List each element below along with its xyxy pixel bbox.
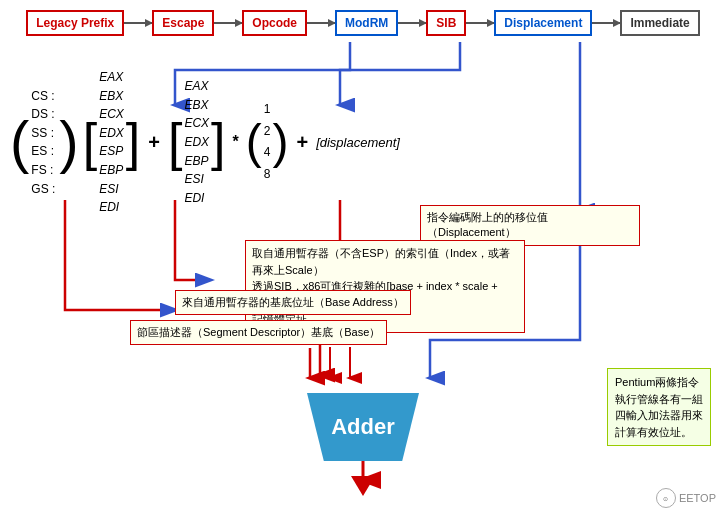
modrm-box: ModRM [335, 10, 398, 36]
eetop-logo-icon: ⊙ [656, 488, 676, 508]
index-note-line1: 取自通用暫存器（不含ESP）的索引值（Index，或著再來上Scale） [252, 245, 518, 278]
adder-note-box: Pentium兩條指令 執行管線各有一組 四輸入加法器用來 計算有效位址。 [607, 368, 711, 446]
close-paren-scale: ) [272, 118, 288, 166]
arrow-1 [124, 22, 152, 24]
adder-note-line3: 四輸入加法器用來 [615, 407, 703, 424]
displacement-box: Displacement [494, 10, 592, 36]
base-reg-bracket-group: [ EAX EBX ECX EDX ESP EBP ESI EDI ] [83, 68, 141, 217]
adder-note-line2: 執行管線各有一組 [615, 391, 703, 408]
index-note-box: 取自通用暫存器（不含ESP）的索引值（Index，或著再來上Scale） 透過S… [245, 240, 525, 333]
base-reg-list: EAX EBX ECX EDX ESP EBP ESI EDI [99, 68, 124, 217]
arrow-6 [592, 22, 620, 24]
scale-bracket-group: ( 1 2 4 8 ) [246, 99, 289, 185]
escape-box: Escape [152, 10, 214, 36]
multiply-sign: * [233, 133, 239, 151]
legacy-prefix-box: Legacy Prefix [26, 10, 124, 36]
arrow-3 [307, 22, 335, 24]
instruction-format-row: Legacy Prefix Escape Opcode ModRM SIB Di… [10, 10, 716, 36]
plus-1: + [148, 131, 160, 154]
plus-2: + [296, 131, 308, 154]
open-paren-scale: ( [246, 118, 262, 166]
close-bracket-base: ] [126, 116, 140, 168]
adder-note-line4: 計算有效位址。 [615, 424, 703, 441]
segment-note-box: 節區描述器（Segment Descriptor）基底（Base） [130, 320, 387, 345]
arrow-2 [214, 22, 242, 24]
watermark: ⊙ EETOP [656, 488, 716, 508]
close-bracket-index: ] [211, 116, 225, 168]
base-address-note-text: 來自通用暫存器的基底位址（Base Address） [182, 296, 404, 308]
close-paren-seg: ) [59, 113, 78, 171]
sib-box: SIB [426, 10, 466, 36]
adder-note-line1: Pentium兩條指令 [615, 374, 703, 391]
eetop-text: EETOP [679, 492, 716, 504]
scale-list: 1 2 4 8 [264, 99, 271, 185]
index-reg-list: EAX EBX ECX EDX EBP ESI EDI [184, 77, 209, 207]
diagram-container: Legacy Prefix Escape Opcode ModRM SIB Di… [0, 0, 726, 516]
adder-box: Adder [293, 393, 433, 461]
adder-output-arrow [351, 476, 375, 496]
displacement-formula: [displacement] [316, 135, 400, 150]
arrow-4 [398, 22, 426, 24]
index-reg-bracket-group: [ EAX EBX ECX EDX EBP ESI EDI ] [168, 77, 226, 207]
immediate-box: Immediate [620, 10, 699, 36]
segment-note-text: 節區描述器（Segment Descriptor）基底（Base） [137, 326, 380, 338]
arrow-5 [466, 22, 494, 24]
displacement-note-text: 指令編碼附上的的移位值（Displacement） [427, 211, 548, 238]
opcode-box: Opcode [242, 10, 307, 36]
open-paren-seg: ( [10, 113, 29, 171]
adder-label: Adder [331, 414, 395, 440]
segment-labels: CS : DS : SS : ES : FS : GS : [31, 87, 55, 199]
open-bracket-index: [ [168, 116, 182, 168]
segment-bracket-group: ( CS : DS : SS : ES : FS : GS : ) [10, 87, 79, 199]
open-bracket-base: [ [83, 116, 97, 168]
base-address-note-box: 來自通用暫存器的基底位址（Base Address） [175, 290, 411, 315]
matrix-equation: ( CS : DS : SS : ES : FS : GS : ) [ EAX … [10, 68, 400, 217]
